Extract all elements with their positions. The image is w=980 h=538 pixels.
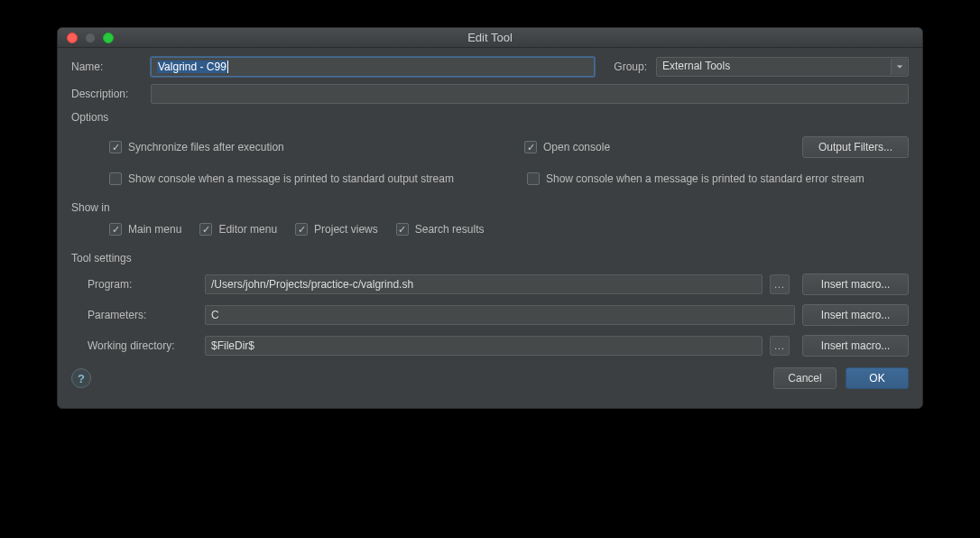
sync-files-checkbox[interactable] — [109, 141, 122, 153]
tool-settings-heading: Tool settings — [71, 252, 909, 264]
program-insert-macro-button[interactable]: Insert macro... — [802, 274, 909, 295]
name-label: Name: — [71, 60, 142, 73]
titlebar: Edit Tool — [58, 28, 922, 48]
show-stdout-label: Show console when a message is printed t… — [128, 172, 454, 185]
search-results-checkbox[interactable] — [396, 223, 409, 236]
showin-heading: Show in — [71, 201, 909, 214]
open-console-checkbox[interactable] — [524, 141, 537, 153]
cancel-button[interactable]: Cancel — [773, 367, 837, 389]
show-stderr-checkbox[interactable] — [527, 172, 540, 185]
working-dir-insert-macro-button[interactable]: Insert macro... — [802, 335, 909, 357]
open-console-label: Open console — [543, 141, 610, 153]
output-filters-button[interactable]: Output Filters... — [802, 136, 909, 158]
program-label: Program: — [71, 278, 198, 291]
editor-menu-checkbox[interactable] — [199, 223, 212, 236]
show-stderr-label: Show console when a message is printed t… — [546, 172, 864, 185]
group-label: Group: — [604, 60, 647, 73]
description-label: Description: — [71, 88, 142, 100]
editor-menu-label: Editor menu — [218, 223, 277, 236]
help-button[interactable]: ? — [71, 368, 91, 388]
sync-files-label: Synchronize files after execution — [128, 141, 284, 153]
parameters-insert-macro-button[interactable]: Insert macro... — [802, 304, 909, 326]
window-title: Edit Tool — [58, 31, 922, 44]
project-views-label: Project views — [314, 223, 378, 236]
search-results-label: Search results — [415, 223, 485, 236]
working-dir-label: Working directory: — [71, 339, 198, 352]
minimize-icon — [85, 32, 96, 43]
working-dir-input[interactable] — [205, 336, 763, 356]
name-input[interactable]: Valgrind - C99 — [151, 57, 595, 77]
dialog-edit-tool: Edit Tool Name: Valgrind - C99 Group: Ex… — [57, 27, 923, 409]
program-input[interactable] — [205, 274, 763, 294]
show-stdout-checkbox[interactable] — [109, 172, 122, 185]
working-dir-browse-button[interactable]: ... — [770, 336, 790, 356]
program-browse-button[interactable]: ... — [770, 274, 790, 294]
description-input[interactable] — [151, 84, 909, 104]
close-icon[interactable] — [67, 32, 78, 43]
group-combo[interactable]: External Tools — [656, 57, 909, 77]
main-menu-checkbox[interactable] — [109, 223, 122, 236]
main-menu-label: Main menu — [128, 223, 181, 236]
options-heading: Options — [71, 111, 909, 124]
parameters-input[interactable] — [205, 305, 795, 325]
ok-button[interactable]: OK — [846, 367, 909, 389]
zoom-icon[interactable] — [103, 32, 114, 43]
project-views-checkbox[interactable] — [295, 223, 308, 236]
parameters-label: Parameters: — [71, 309, 198, 321]
window-controls — [58, 32, 114, 43]
